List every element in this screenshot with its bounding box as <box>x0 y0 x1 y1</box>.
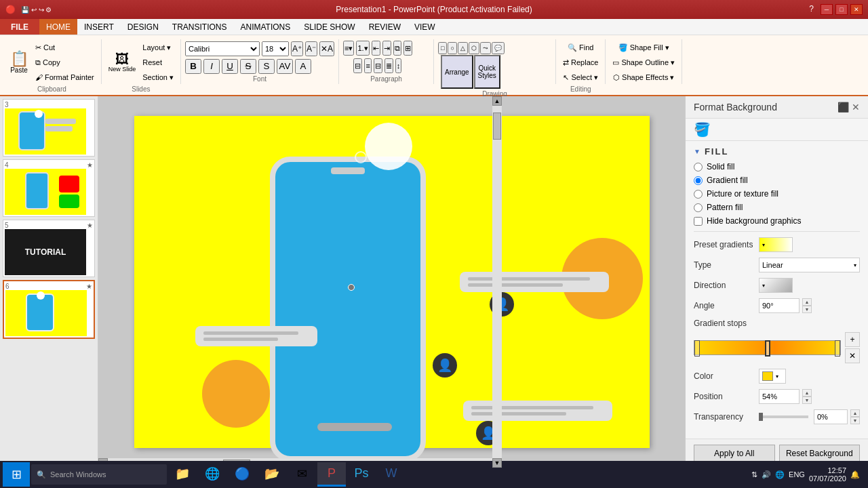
position-spin-down[interactable]: ▼ <box>802 396 812 404</box>
maximize-btn[interactable]: □ <box>835 4 848 15</box>
layout-btn[interactable]: Layout ▾ <box>140 41 176 54</box>
picture-fill-radio[interactable] <box>694 190 703 199</box>
menu-animations[interactable]: ANIMATIONS <box>233 19 297 35</box>
window-controls[interactable]: ? ─ □ ✕ <box>809 4 863 15</box>
taskbar-files[interactable]: 📂 <box>258 462 286 487</box>
position-spin[interactable]: ▲ ▼ <box>802 389 812 404</box>
menu-slideshow[interactable]: SLIDE SHOW <box>297 19 361 35</box>
select-btn[interactable]: ↖ Select ▾ <box>560 70 601 84</box>
taskbar-photoshop[interactable]: Ps <box>347 462 376 487</box>
close-btn[interactable]: ✕ <box>850 4 863 15</box>
font-size-increase-btn[interactable]: A⁺ <box>291 41 303 56</box>
menu-home[interactable]: HOME <box>39 19 77 35</box>
hide-bg-option[interactable]: Hide background graphics <box>694 216 860 226</box>
new-slide-btn[interactable]: 🖼 New Slide <box>106 45 139 80</box>
direction-dropdown[interactable]: ▾ <box>759 278 793 293</box>
font-size-select[interactable]: 18 <box>262 41 289 56</box>
scroll-up-btn[interactable]: ▲ <box>492 96 502 106</box>
clear-format-btn[interactable]: ✕A <box>319 41 334 56</box>
italic-btn[interactable]: I <box>203 59 220 74</box>
help-btn[interactable]: ? <box>809 4 814 15</box>
transparency-spin-down[interactable]: ▼ <box>850 417 860 424</box>
remove-gradient-stop-btn[interactable]: ✕ <box>845 348 860 363</box>
menu-design[interactable]: DESIGN <box>121 19 165 35</box>
menu-file[interactable]: FILE <box>0 19 39 35</box>
taskbar-sound-icon[interactable]: 🔊 <box>762 470 771 479</box>
shape-btn-4[interactable]: ⬡ <box>469 42 479 54</box>
shape-btn-3[interactable]: △ <box>458 42 468 54</box>
font-color-btn[interactable]: A <box>295 59 311 74</box>
gradient-stop-left[interactable] <box>694 340 700 357</box>
hide-bg-checkbox[interactable] <box>694 217 703 226</box>
gradient-stop-middle[interactable] <box>765 340 770 357</box>
gradient-stop-right[interactable] <box>835 340 840 357</box>
phone-body[interactable] <box>270 157 426 462</box>
shape-btn-2[interactable]: ○ <box>448 42 456 54</box>
angle-spin[interactable]: ▲ ▼ <box>802 298 812 313</box>
type-dropdown[interactable]: Linear ▾ <box>759 258 860 272</box>
taskbar-word[interactable]: W <box>377 462 406 487</box>
selection-handle[interactable] <box>348 284 355 291</box>
reset-background-btn[interactable]: Reset Background <box>779 445 861 462</box>
columns-btn[interactable]: ⊞ <box>403 41 412 56</box>
bold-btn[interactable]: B <box>185 59 201 74</box>
fill-collapse-icon[interactable]: ▼ <box>694 148 701 155</box>
quick-styles-btn[interactable]: QuickStyles <box>474 55 500 89</box>
transparency-slider-thumb[interactable] <box>759 413 763 421</box>
section-btn[interactable]: Section ▾ <box>140 70 176 84</box>
format-painter-btn[interactable]: 🖌 Format Painter <box>33 70 97 84</box>
bullets-btn[interactable]: ≡▾ <box>343 41 354 56</box>
replace-btn[interactable]: ⇄ Replace <box>560 56 601 69</box>
slide-canvas[interactable]: 👤 👤 👤 <box>134 116 650 448</box>
slide-thumb-6[interactable]: 6 ★ <box>3 280 95 339</box>
underline-btn[interactable]: U <box>222 59 238 74</box>
slide-thumb-3[interactable]: 3 <box>3 99 95 157</box>
taskbar-search[interactable]: 🔍 Search Windows <box>31 464 167 485</box>
font-size-decrease-btn[interactable]: A⁻ <box>305 41 317 56</box>
preset-gradients-dropdown[interactable]: ▾ <box>759 237 793 252</box>
gradient-fill-option[interactable]: Gradient fill <box>694 176 860 185</box>
picture-fill-option[interactable]: Picture or texture fill <box>694 189 860 199</box>
shape-btn-5[interactable]: ⤳ <box>480 42 491 54</box>
add-gradient-stop-btn[interactable]: + <box>845 332 860 347</box>
scroll-down-btn[interactable]: ▼ <box>492 458 502 468</box>
slide-thumb-5[interactable]: 5 ★ TUTORIAL <box>3 220 95 277</box>
pattern-fill-radio[interactable] <box>694 203 703 212</box>
color-dropdown[interactable]: ▾ <box>759 369 786 384</box>
slide-panel[interactable]: 3 4 ★ 5 <box>0 96 98 468</box>
solid-fill-option[interactable]: Solid fill <box>694 162 860 171</box>
solid-fill-radio[interactable] <box>694 163 703 171</box>
smartart-btn[interactable]: ⧉ <box>393 41 401 56</box>
menu-insert[interactable]: INSERT <box>77 19 121 35</box>
panel-close-icon[interactable]: ✕ <box>852 102 860 113</box>
align-right-btn[interactable]: ⊟ <box>374 58 382 73</box>
angle-spin-up[interactable]: ▲ <box>802 298 812 306</box>
spacing-btn[interactable]: AV <box>277 59 293 74</box>
numbering-btn[interactable]: 1.▾ <box>356 41 369 56</box>
justify-btn[interactable]: ≣ <box>384 58 393 73</box>
shape-effects-btn[interactable]: ⬡ Shape Effects ▾ <box>610 70 677 84</box>
transparency-spin[interactable]: ▲ ▼ <box>850 409 860 424</box>
angle-spin-down[interactable]: ▼ <box>802 306 812 313</box>
paste-btn[interactable]: 📋 Paste <box>7 45 31 80</box>
gradient-bar[interactable] <box>694 340 841 355</box>
transparency-spin-up[interactable]: ▲ <box>850 409 860 417</box>
shape-fill-btn[interactable]: 🪣 Shape Fill ▾ <box>616 41 672 54</box>
taskbar-edge[interactable]: 🌐 <box>198 462 226 487</box>
copy-btn[interactable]: ⧉ Copy <box>33 56 97 69</box>
decrease-indent-btn[interactable]: ⇤ <box>372 41 380 56</box>
transparency-input[interactable] <box>814 409 848 424</box>
taskbar-chrome[interactable]: 🔵 <box>228 462 256 487</box>
shadow-btn[interactable]: S <box>258 59 275 74</box>
find-btn[interactable]: 🔍 Find <box>565 41 596 54</box>
reset-btn[interactable]: Reset <box>140 56 176 69</box>
shape-btn-1[interactable]: □ <box>438 42 447 54</box>
apply-to-all-btn[interactable]: Apply to All <box>694 445 775 462</box>
increase-indent-btn[interactable]: ⇥ <box>382 41 391 56</box>
font-name-select[interactable]: Calibri <box>185 41 260 56</box>
taskbar-file-explorer[interactable]: 📁 <box>168 462 197 487</box>
position-input[interactable] <box>759 389 800 404</box>
canvas-area[interactable]: ▲ ▼ 👤 <box>98 96 685 468</box>
menu-transitions[interactable]: TRANSITIONS <box>165 19 234 35</box>
scroll-thumb[interactable] <box>493 113 501 140</box>
